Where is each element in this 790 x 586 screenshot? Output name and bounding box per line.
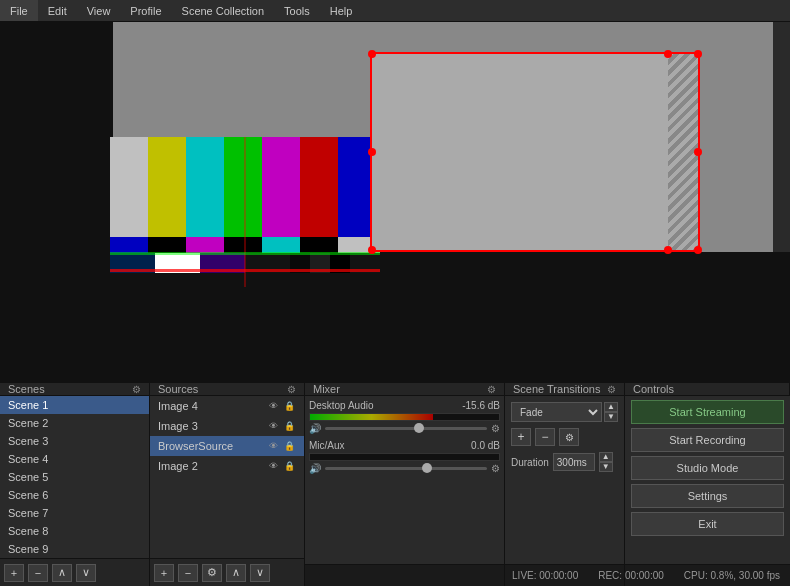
handle-ml[interactable] (368, 148, 376, 156)
eye-icon[interactable]: 👁 (266, 399, 280, 413)
menu-tools[interactable]: Tools (274, 0, 320, 21)
handle-tm[interactable] (664, 50, 672, 58)
scene-item[interactable]: Scene 4 (0, 450, 149, 468)
menu-file[interactable]: File (0, 0, 38, 21)
volume-thumb[interactable] (414, 423, 424, 433)
mixer-panel-header: Mixer ⚙ (305, 383, 505, 395)
menu-view[interactable]: View (77, 0, 121, 21)
studio-mode-button[interactable]: Studio Mode (631, 456, 784, 480)
lock-icon[interactable]: 🔒 (282, 399, 296, 413)
transitions-config-icon[interactable]: ⚙ (607, 384, 616, 395)
handle-br[interactable] (694, 246, 702, 254)
scene-item[interactable]: Scene 2 (0, 414, 149, 432)
scene-item[interactable]: Scene 6 (0, 486, 149, 504)
add-transition-button[interactable]: + (511, 428, 531, 446)
duration-arrow-up[interactable]: ▲ (599, 452, 613, 462)
color-bars-source (110, 137, 380, 287)
scene-list: Scene 1 Scene 2 Scene 3 Scene 4 Scene 5 … (0, 396, 149, 558)
transition-type-select[interactable]: Fade (511, 402, 602, 422)
controls-content: Start Streaming Start Recording Studio M… (625, 396, 790, 540)
scene-down-button[interactable]: ∨ (76, 564, 96, 582)
svg-rect-12 (300, 237, 338, 253)
svg-rect-7 (110, 237, 148, 253)
source-item[interactable]: Image 4 👁 🔒 (150, 396, 304, 416)
menu-scene-collection[interactable]: Scene Collection (172, 0, 275, 21)
svg-rect-9 (186, 237, 224, 253)
volume-icon[interactable]: 🔊 (309, 463, 321, 474)
lock-icon[interactable]: 🔒 (282, 459, 296, 473)
mixer-channel-name: Desktop Audio (309, 400, 374, 411)
scene-item[interactable]: Scene 5 (0, 468, 149, 486)
volume-slider-desktop[interactable] (325, 427, 487, 430)
mixer-label-row: Desktop Audio -15.6 dB (309, 400, 500, 411)
mixer-config-icon[interactable]: ⚙ (487, 384, 496, 395)
controls-panel-header: Controls (625, 383, 790, 395)
controls-panel: Start Streaming Start Recording Studio M… (625, 396, 790, 586)
scene-up-button[interactable]: ∧ (52, 564, 72, 582)
volume-row-desktop: 🔊 ⚙ (309, 423, 500, 434)
eye-icon[interactable]: 👁 (266, 439, 280, 453)
start-recording-button[interactable]: Start Recording (631, 428, 784, 452)
eye-icon[interactable]: 👁 (266, 419, 280, 433)
handle-tr[interactable] (694, 50, 702, 58)
duration-arrow-down[interactable]: ▼ (599, 462, 613, 472)
add-source-button[interactable]: + (154, 564, 174, 582)
duration-input[interactable] (553, 453, 595, 471)
source-name: Image 4 (158, 400, 198, 412)
source-down-button[interactable]: ∨ (250, 564, 270, 582)
volume-icon[interactable]: 🔊 (309, 423, 321, 434)
scene-item[interactable]: Scene 7 (0, 504, 149, 522)
handle-bm[interactable] (664, 246, 672, 254)
add-scene-button[interactable]: + (4, 564, 24, 582)
source-icons: 👁 🔒 (266, 439, 296, 453)
scene-item[interactable]: Scene 8 (0, 522, 149, 540)
source-list: Image 4 👁 🔒 Image 3 👁 🔒 BrowserSource (150, 396, 304, 558)
source-item[interactable]: Image 2 👁 🔒 (150, 456, 304, 476)
remove-transition-button[interactable]: − (535, 428, 555, 446)
remove-source-button[interactable]: − (178, 564, 198, 582)
eye-icon[interactable]: 👁 (266, 459, 280, 473)
source-settings-button[interactable]: ⚙ (202, 564, 222, 582)
menu-edit[interactable]: Edit (38, 0, 77, 21)
controls-header-label: Controls (633, 383, 674, 395)
remove-scene-button[interactable]: − (28, 564, 48, 582)
mixer-channel-name: Mic/Aux (309, 440, 345, 451)
svg-rect-5 (300, 137, 338, 237)
source-item[interactable]: Image 3 👁 🔒 (150, 416, 304, 436)
lock-icon[interactable]: 🔒 (282, 419, 296, 433)
scenes-header-label: Scenes (8, 383, 45, 395)
mixer-gear-icon[interactable]: ⚙ (491, 463, 500, 474)
scenes-config-icon[interactable]: ⚙ (132, 384, 141, 395)
panel-headers-row: Scenes ⚙ Sources ⚙ Mixer ⚙ Scene Transit… (0, 383, 790, 396)
exit-button[interactable]: Exit (631, 512, 784, 536)
selected-source-rect[interactable] (370, 52, 700, 252)
transition-arrow-down[interactable]: ▼ (604, 412, 618, 422)
volume-slider-mic[interactable] (325, 467, 487, 470)
source-name: Image 2 (158, 460, 198, 472)
transitions-panel: Fade ▲ ▼ + − ⚙ Duration ▲ (505, 396, 625, 586)
source-up-button[interactable]: ∧ (226, 564, 246, 582)
volume-row-mic: 🔊 ⚙ (309, 463, 500, 474)
transition-arrow-up[interactable]: ▲ (604, 402, 618, 412)
scene-item[interactable]: Scene 3 (0, 432, 149, 450)
lock-icon[interactable]: 🔒 (282, 439, 296, 453)
handle-tl[interactable] (368, 50, 376, 58)
volume-thumb[interactable] (422, 463, 432, 473)
source-item[interactable]: BrowserSource 👁 🔒 (150, 436, 304, 456)
handle-bl[interactable] (368, 246, 376, 254)
scene-item[interactable]: Scene 1 (0, 396, 149, 414)
mixer-label-row: Mic/Aux 0.0 dB (309, 440, 500, 451)
mixer-gear-icon[interactable]: ⚙ (491, 423, 500, 434)
handle-mr[interactable] (694, 148, 702, 156)
settings-button[interactable]: Settings (631, 484, 784, 508)
transition-select-row: Fade ▲ ▼ (511, 402, 618, 422)
sources-config-icon[interactable]: ⚙ (287, 384, 296, 395)
svg-rect-3 (224, 137, 262, 237)
menu-help[interactable]: Help (320, 0, 363, 21)
scene-item[interactable]: Scene 9 (0, 540, 149, 558)
start-streaming-button[interactable]: Start Streaming (631, 400, 784, 424)
menu-profile[interactable]: Profile (120, 0, 171, 21)
transition-gear-button[interactable]: ⚙ (559, 428, 579, 446)
mixer-meter-mic (309, 453, 500, 461)
source-icons: 👁 🔒 (266, 459, 296, 473)
